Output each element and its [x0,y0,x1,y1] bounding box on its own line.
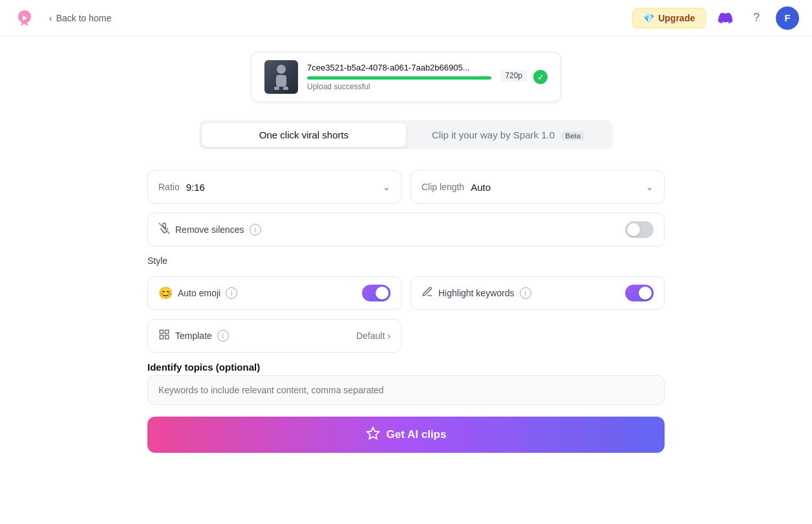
emoji-face-icon: 😊 [158,286,173,300]
ratio-select[interactable]: Ratio 9:16 ⌄ [147,170,401,204]
mute-icon [158,223,170,237]
get-ai-clips-button[interactable]: Get AI clips [147,417,665,453]
auto-emoji-info-icon[interactable]: i [226,287,237,299]
avatar-letter: F [784,12,790,23]
clip-length-chevron-icon: ⌄ [646,182,654,192]
svg-point-0 [277,65,286,74]
topics-section: Identify topics (optional) [147,362,665,405]
ai-clips-icon [366,426,380,444]
tab-one-click-label: One click viral shorts [259,129,348,140]
settings-container: Ratio 9:16 ⌄ Clip length Auto ⌄ [147,170,665,453]
highlight-keywords-label-group: Highlight keywords i [422,286,625,300]
svg-rect-7 [166,330,169,333]
main-content: 7cee3521-b5a2-4078-a061-7aab2b66905... U… [0,36,812,479]
highlight-icon [422,286,433,300]
upload-right: 720p ✓ [500,70,548,84]
highlight-keywords-row: Highlight keywords i [411,276,665,310]
clip-length-value: Auto [471,182,646,193]
discord-button[interactable] [714,6,737,30]
topics-label: Identify topics (optional) [147,362,665,373]
clip-length-select[interactable]: Clip length Auto ⌄ [411,170,665,204]
upload-progress-fill [307,76,491,80]
template-label-group: Template i [158,329,356,343]
template-row[interactable]: Template i Default › [147,319,401,353]
upload-status: Upload successful [307,82,491,91]
ratio-label: Ratio [158,182,180,192]
remove-silences-text: Remove silences [175,224,244,235]
template-text: Template [175,331,212,341]
tab-switch: One click viral shorts Clip it your way … [199,120,613,149]
help-button[interactable]: ? [745,6,768,30]
auto-emoji-thumb [376,287,389,300]
select-row: Ratio 9:16 ⌄ Clip length Auto ⌄ [147,170,665,204]
remove-silences-info-icon[interactable]: i [250,224,261,235]
upgrade-label: Upgrade [658,13,695,23]
svg-rect-9 [166,336,169,339]
auto-emoji-row: 😊 Auto emoji i [147,276,401,310]
remove-silences-thumb [627,223,640,236]
auto-emoji-toggle[interactable] [362,285,390,301]
upload-progress-bar [307,76,491,80]
auto-emoji-text: Auto emoji [178,288,220,298]
highlight-keywords-toggle[interactable] [625,285,654,301]
svg-rect-1 [276,75,286,87]
template-value: Default [356,331,385,341]
beta-badge: Beta [561,131,584,140]
highlight-keywords-thumb [639,287,652,300]
upload-filename: 7cee3521-b5a2-4078-a061-7aab2b66905... [307,63,491,72]
upgrade-button[interactable]: 💎 Upgrade [632,8,706,28]
upload-success-icon: ✓ [533,70,548,84]
highlight-keywords-info-icon[interactable]: i [520,287,531,299]
back-to-home-button[interactable]: ‹ Back to home [44,10,116,26]
ratio-value: 9:16 [186,182,383,193]
remove-silences-row: Remove silences i [147,213,665,246]
svg-rect-3 [283,87,288,90]
template-value-group: Default › [356,331,390,341]
get-ai-clips-label: Get AI clips [387,428,447,441]
highlight-keywords-text: Highlight keywords [438,288,515,298]
template-chevron-icon: › [387,331,390,341]
top-nav: ‹ Back to home 💎 Upgrade ? F [0,0,812,36]
upload-info: 7cee3521-b5a2-4078-a061-7aab2b66905... U… [307,63,491,91]
svg-rect-2 [274,87,279,90]
video-thumbnail [264,60,298,94]
auto-emoji-label-group: 😊 Auto emoji i [158,286,362,300]
svg-rect-8 [160,336,163,339]
tab-spark[interactable]: Clip it your way by Spark 1.0 Beta [406,123,610,147]
user-avatar-button[interactable]: F [776,6,799,30]
diamond-icon: 💎 [643,13,654,23]
app-logo [13,6,36,30]
tab-spark-label: Clip it your way by Spark 1.0 [432,129,555,140]
template-info-icon[interactable]: i [217,330,229,342]
nav-right: 💎 Upgrade ? F [632,6,799,30]
nav-left: ‹ Back to home [13,6,116,30]
thumbnail-image [264,60,298,94]
style-grid: 😊 Auto emoji i [147,276,665,310]
tab-one-click[interactable]: One click viral shorts [202,123,406,147]
back-label: Back to home [56,13,112,23]
quality-badge: 720p [500,70,527,82]
style-section-label: Style [147,256,665,266]
upload-card: 7cee3521-b5a2-4078-a061-7aab2b66905... U… [251,52,561,102]
svg-rect-6 [160,330,163,333]
ratio-chevron-icon: ⌄ [383,182,390,192]
topics-input[interactable] [147,375,665,405]
remove-silences-toggle[interactable] [625,221,654,238]
chevron-left-icon: ‹ [49,13,52,23]
clip-length-label: Clip length [422,182,464,192]
remove-silences-label-group: Remove silences i [158,223,625,237]
template-icon [158,329,170,343]
